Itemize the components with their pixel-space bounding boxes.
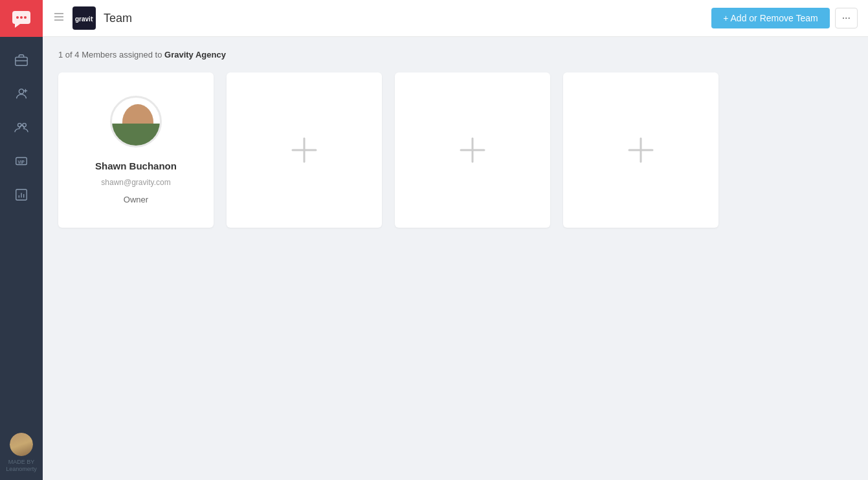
main-area: gravity Team + Add or Remove Team ··· 1 … — [43, 0, 868, 480]
member-card: Shawn Buchanon shawn@gravity.com Owner — [58, 72, 214, 228]
briefcase-icon — [14, 53, 28, 67]
sidebar-item-contacts[interactable] — [0, 77, 43, 111]
brand-logo[interactable]: gravity — [72, 6, 96, 30]
reports-icon — [14, 188, 28, 202]
svg-rect-5 — [16, 57, 27, 65]
user-avatar[interactable] — [10, 433, 33, 456]
main-content: 1 of 4 Members assigned to Gravity Agenc… — [43, 37, 868, 480]
vip-icon: VIP — [14, 154, 28, 168]
add-icon-2 — [454, 132, 491, 168]
svg-point-3 — [20, 16, 23, 19]
sidebar-nav: VIP — [0, 37, 43, 433]
gravity-logo-icon: gravity — [75, 13, 93, 23]
add-remove-team-button[interactable]: + Add or Remove Team — [711, 8, 829, 28]
add-icon-1 — [286, 132, 322, 168]
member-avatar-image — [112, 98, 162, 147]
contacts-icon — [14, 87, 28, 101]
svg-point-2 — [16, 16, 19, 19]
svg-text:gravity: gravity — [75, 16, 93, 23]
members-info: 1 of 4 Members assigned to Gravity Agenc… — [58, 50, 852, 60]
member-name: Shawn Buchanon — [95, 160, 177, 171]
member-role: Owner — [124, 195, 148, 204]
svg-text:VIP: VIP — [18, 160, 25, 164]
made-by-label: MADE BY Leanomerty — [6, 459, 37, 474]
agency-name: Gravity Agency — [164, 50, 226, 60]
svg-point-7 — [19, 89, 23, 94]
team-icon — [14, 120, 28, 135]
members-count-text: 1 of 4 Members assigned to — [58, 50, 162, 60]
team-cards-grid: Shawn Buchanon shawn@gravity.com Owner — [58, 72, 852, 228]
sidebar-item-briefcase[interactable] — [0, 43, 43, 77]
sidebar-item-team[interactable] — [0, 111, 43, 144]
svg-point-4 — [24, 16, 27, 19]
add-member-card-1[interactable] — [227, 72, 382, 228]
add-icon-3 — [623, 132, 659, 168]
sidebar-bottom: MADE BY Leanomerty — [6, 433, 37, 480]
chat-icon — [11, 8, 32, 29]
topbar: gravity Team + Add or Remove Team ··· — [43, 0, 868, 37]
page-title: Team — [104, 12, 711, 25]
member-avatar — [110, 96, 162, 147]
avatar-image — [10, 433, 33, 456]
sidebar-item-reports[interactable] — [0, 178, 43, 212]
svg-marker-1 — [15, 24, 20, 28]
sidebar-logo[interactable] — [0, 0, 43, 37]
member-email: shawn@gravity.com — [101, 178, 170, 187]
add-member-card-3[interactable] — [563, 72, 718, 228]
menu-icon[interactable] — [53, 11, 65, 25]
sidebar-item-vip[interactable]: VIP — [0, 144, 43, 178]
add-member-card-2[interactable] — [395, 72, 550, 228]
sidebar: VIP MADE BY Leanomerty — [0, 0, 43, 480]
more-options-button[interactable]: ··· — [835, 8, 858, 28]
